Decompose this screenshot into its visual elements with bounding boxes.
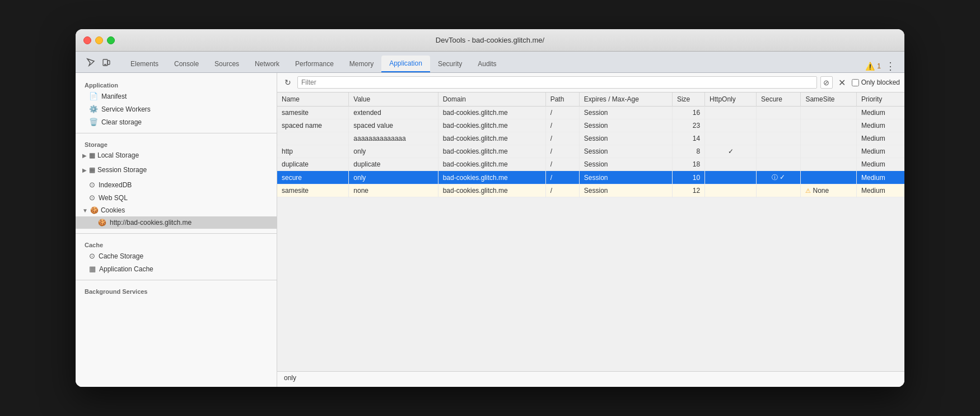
table-row[interactable]: samesitenonebad-cookies.glitch.me/Sessio…	[277, 184, 904, 197]
col-name[interactable]: Name	[277, 93, 349, 107]
col-secure[interactable]: Secure	[757, 93, 801, 107]
chevron-right-icon-2: ▶	[82, 167, 87, 173]
cookies-table: Name Value Domain Path Expires / Max-Age…	[277, 93, 904, 197]
table-row[interactable]: spaced namespaced valuebad-cookies.glitc…	[277, 119, 904, 132]
session-storage-group: ▶ ▦ Session Storage	[76, 164, 277, 176]
cache-storage-icon: ⊙	[89, 252, 95, 260]
cookie-url-icon: 🍪	[98, 219, 106, 227]
table-row[interactable]: secureonlybad-cookies.glitch.me/Session1…	[277, 171, 904, 184]
sidebar-application-header: Application	[76, 78, 277, 90]
devtools-window: DevTools - bad-cookies.glitch.me/ Elemen…	[76, 29, 904, 387]
divider-1	[76, 133, 277, 133]
cookies-table-container: Name Value Domain Path Expires / Max-Age…	[277, 93, 904, 371]
table-row[interactable]: duplicateduplicatebad-cookies.glitch.me/…	[277, 158, 904, 171]
tab-network[interactable]: Network	[247, 56, 287, 72]
sidebar-item-cookies[interactable]: ▼ 🍪 Cookies	[76, 204, 277, 216]
cookies-icon: 🍪	[90, 206, 99, 214]
sidebar-item-manifest[interactable]: 📄 Manifest	[76, 90, 277, 103]
sidebar-item-cookies-url[interactable]: 🍪 http://bad-cookies.glitch.me	[76, 216, 277, 229]
inspect-icon[interactable]	[85, 56, 97, 68]
session-storage-icon: ▦	[89, 166, 95, 174]
col-samesite[interactable]: SameSite	[801, 93, 857, 107]
table-row[interactable]: httponlybad-cookies.glitch.me/Session8✓M…	[277, 145, 904, 158]
content-area: Application 📄 Manifest ⚙️ Service Worker…	[76, 73, 904, 387]
filter-input[interactable]	[297, 76, 817, 89]
local-storage-icon: ▦	[89, 151, 95, 159]
sidebar-storage-header: Storage	[76, 138, 277, 149]
tabs-bar: Elements Console Sources Network Perform…	[76, 52, 904, 73]
sidebar-background-services-header: Background Services	[76, 285, 277, 296]
sidebar-item-indexed-db[interactable]: ⊙ IndexedDB	[76, 178, 277, 191]
col-value[interactable]: Value	[349, 93, 438, 107]
web-sql-icon: ⊙	[89, 193, 95, 202]
close-button[interactable]	[83, 36, 91, 44]
application-cache-icon: ▦	[89, 265, 96, 273]
bottom-bar: only	[277, 371, 904, 387]
tab-performance[interactable]: Performance	[287, 56, 342, 72]
filter-blocked-button[interactable]: ⊘	[820, 76, 833, 89]
tab-elements[interactable]: Elements	[123, 56, 166, 72]
only-blocked-label[interactable]: Only blocked	[852, 78, 900, 86]
sidebar: Application 📄 Manifest ⚙️ Service Worker…	[76, 73, 277, 387]
tab-memory[interactable]: Memory	[342, 56, 381, 72]
only-blocked-checkbox[interactable]	[852, 79, 859, 86]
sidebar-item-session-storage[interactable]: ▶ ▦ Session Storage	[76, 164, 277, 176]
sidebar-cache-header: Cache	[76, 238, 277, 249]
warning-triangle-icon: ⚠️	[865, 62, 875, 71]
device-icon[interactable]	[100, 56, 113, 68]
svg-rect-1	[108, 61, 110, 64]
service-workers-icon: ⚙️	[89, 105, 98, 113]
table-row[interactable]: samesiteextendedbad-cookies.glitch.me/Se…	[277, 107, 904, 119]
more-options-button[interactable]: ⋮	[885, 60, 895, 72]
col-httponly[interactable]: HttpOnly	[705, 93, 757, 107]
local-storage-group: ▶ ▦ Local Storage	[76, 149, 277, 161]
col-path[interactable]: Path	[545, 93, 579, 107]
col-domain[interactable]: Domain	[438, 93, 545, 107]
indexed-db-icon: ⊙	[89, 181, 95, 189]
tab-security[interactable]: Security	[430, 56, 470, 72]
tab-audits[interactable]: Audits	[470, 56, 504, 72]
tab-console[interactable]: Console	[166, 56, 207, 72]
col-expires[interactable]: Expires / Max-Age	[579, 93, 672, 107]
divider-3	[76, 280, 277, 280]
filter-bar: ↻ ⊘ ✕ Only blocked	[277, 73, 904, 93]
clear-filter-button[interactable]: ✕	[836, 76, 848, 89]
warning-badge[interactable]: ⚠️ 1	[865, 62, 881, 71]
chevron-right-icon: ▶	[82, 152, 87, 159]
bottom-value-text: only	[284, 374, 296, 382]
table-row[interactable]: aaaaaaaaaaaaaabad-cookies.glitch.me/Sess…	[277, 132, 904, 145]
sidebar-item-cache-storage[interactable]: ⊙ Cache Storage	[76, 249, 277, 262]
sidebar-item-web-sql[interactable]: ⊙ Web SQL	[76, 191, 277, 204]
main-panel: ↻ ⊘ ✕ Only blocked Name Value Domain	[277, 73, 904, 387]
tab-icon-area	[80, 52, 117, 72]
sidebar-item-local-storage[interactable]: ▶ ▦ Local Storage	[76, 149, 277, 161]
tab-bar-right: ⚠️ 1 ⋮	[865, 60, 900, 72]
table-body: samesiteextendedbad-cookies.glitch.me/Se…	[277, 107, 904, 197]
minimize-button[interactable]	[95, 36, 103, 44]
col-size[interactable]: Size	[672, 93, 704, 107]
manifest-icon: 📄	[89, 92, 98, 100]
maximize-button[interactable]	[107, 36, 115, 44]
sidebar-item-clear-storage[interactable]: 🗑️ Clear storage	[76, 115, 277, 128]
title-bar: DevTools - bad-cookies.glitch.me/	[76, 29, 904, 52]
tab-application[interactable]: Application	[381, 56, 430, 72]
refresh-button[interactable]: ↻	[282, 76, 294, 89]
sidebar-item-application-cache[interactable]: ▦ Application Cache	[76, 262, 277, 275]
divider-2	[76, 233, 277, 234]
table-header: Name Value Domain Path Expires / Max-Age…	[277, 93, 904, 107]
clear-storage-icon: 🗑️	[89, 118, 98, 126]
sidebar-item-service-workers[interactable]: ⚙️ Service Workers	[76, 103, 277, 115]
chevron-down-icon: ▼	[82, 207, 88, 214]
window-title: DevTools - bad-cookies.glitch.me/	[436, 36, 544, 44]
traffic-lights	[83, 36, 115, 44]
tab-sources[interactable]: Sources	[207, 56, 247, 72]
col-priority[interactable]: Priority	[857, 93, 904, 107]
cookies-group: ▼ 🍪 Cookies 🍪 http://bad-cookies.glitch.…	[76, 204, 277, 229]
